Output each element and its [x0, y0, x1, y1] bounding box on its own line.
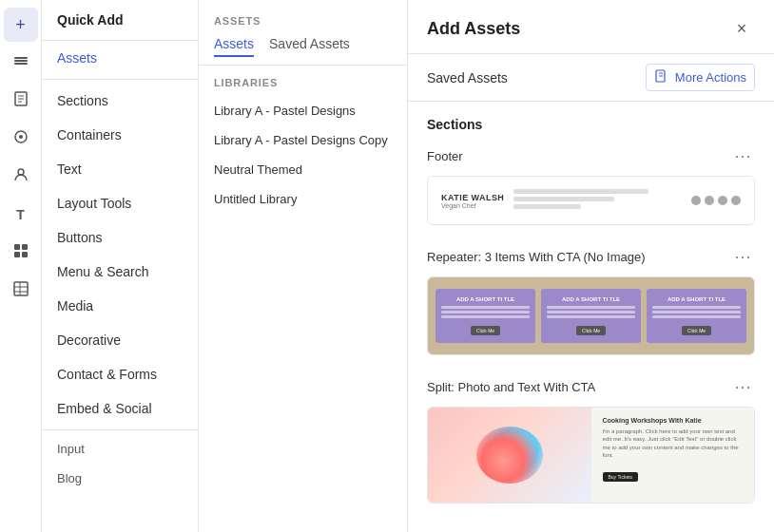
asset-card-repeater-menu[interactable]: ⋯	[730, 244, 755, 269]
right-panel-title: Add Assets	[427, 19, 520, 39]
nav-item-layout-tools[interactable]: Layout Tools	[42, 186, 198, 220]
footer-lines	[513, 189, 682, 212]
people-icon-btn[interactable]	[4, 160, 38, 194]
social-icon-4	[731, 196, 741, 205]
split-text-area: Cooking Workshops With Katie I'm a parag…	[591, 408, 755, 503]
repeater-line	[652, 315, 741, 318]
svg-point-8	[19, 135, 23, 139]
repeater-cta-btn-3: Click Me	[682, 326, 711, 335]
nav-sub-input[interactable]: Input	[42, 434, 198, 464]
repeater-item-1-title: ADD A SHORT TI TLE	[456, 296, 514, 302]
right-sub-header: Saved Assets More Actions	[408, 54, 774, 102]
asset-card-footer-header: Footer ⋯	[427, 143, 755, 168]
book-icon	[654, 68, 669, 86]
layers-icon-btn[interactable]	[4, 46, 38, 80]
layers-icon	[12, 52, 29, 74]
repeater-cta-btn: Click Me	[471, 326, 500, 335]
assets-icon-btn[interactable]	[4, 122, 38, 156]
nav-divider	[42, 79, 198, 80]
plus-icon-btn[interactable]: +	[4, 8, 38, 42]
asset-card-split-title: Split: Photo and Text With CTA	[427, 380, 595, 394]
nav-sub-blog[interactable]: Blog	[42, 464, 198, 493]
svg-rect-10	[14, 244, 20, 250]
library-item-3[interactable]: Neutral Themed	[214, 155, 392, 184]
asset-card-footer: Footer ⋯ KATIE WALSH Vegan Chef	[427, 143, 755, 225]
repeater-line	[547, 311, 635, 314]
nav-item-contact-forms[interactable]: Contact & Forms	[42, 357, 198, 391]
repeater-item-2: ADD A SHORT TI TLE Click Me	[541, 289, 641, 343]
tab-assets[interactable]: Assets	[214, 36, 254, 57]
sections-heading: Sections	[427, 117, 755, 132]
table-icon-btn[interactable]	[4, 274, 38, 308]
nav-item-buttons[interactable]: Buttons	[42, 220, 198, 255]
split-text-title: Cooking Workshops With Katie	[603, 417, 744, 424]
left-panel: Quick Add Assets Sections Containers Tex…	[42, 0, 199, 532]
nav-item-decorative[interactable]: Decorative	[42, 323, 198, 357]
social-icon-2	[705, 196, 714, 205]
page-icon-btn[interactable]	[4, 84, 38, 118]
footer-name: KATIE WALSH	[441, 193, 504, 202]
library-item-2[interactable]: Library A - Pastel Designs Copy	[214, 125, 392, 155]
svg-rect-13	[22, 252, 28, 257]
repeater-line	[652, 306, 741, 309]
close-button[interactable]: ×	[728, 15, 755, 42]
footer-logo: KATIE WALSH Vegan Chef	[441, 193, 504, 209]
nav-item-containers[interactable]: Containers	[42, 118, 198, 152]
apps-icon-btn[interactable]	[4, 236, 38, 270]
assets-icon	[12, 128, 29, 150]
repeater-preview-card: ADD A SHORT TI TLE Click Me ADD A SHORT …	[427, 276, 755, 355]
asset-card-split-header: Split: Photo and Text With CTA ⋯	[427, 374, 755, 399]
nav-item-text[interactable]: Text	[42, 152, 198, 186]
repeater-item-2-title: ADD A SHORT TI TLE	[562, 296, 620, 302]
asset-card-split-menu[interactable]: ⋯	[730, 374, 755, 399]
nav-item-sections[interactable]: Sections	[42, 84, 198, 118]
repeater-item-2-lines	[547, 306, 635, 320]
saved-assets-label: Saved Assets	[427, 70, 508, 86]
split-preview-card: Cooking Workshops With Katie I'm a parag…	[427, 407, 755, 504]
library-item-1[interactable]: Library A - Pastel Designs	[214, 96, 392, 125]
svg-rect-0	[14, 57, 28, 59]
library-item-4[interactable]: Untitled Library	[214, 184, 392, 214]
repeater-item-3-lines	[652, 306, 741, 320]
asset-card-footer-menu[interactable]: ⋯	[730, 143, 755, 168]
apps-icon	[12, 242, 29, 264]
table-icon	[12, 280, 29, 302]
right-panel-header: Add Assets ×	[408, 0, 774, 54]
quick-add-section: Quick Add	[42, 0, 198, 41]
more-actions-button[interactable]: More Actions	[646, 64, 755, 91]
close-icon: ×	[737, 19, 747, 39]
nav-item-menu-search[interactable]: Menu & Search	[42, 255, 198, 289]
nav-divider-2	[42, 429, 198, 430]
plus-icon: +	[15, 15, 26, 35]
right-panel: Add Assets × Saved Assets More Actions S…	[408, 0, 774, 532]
split-cta-button[interactable]: Buy Tickets	[603, 472, 639, 482]
repeater-line	[441, 315, 530, 318]
svg-rect-2	[14, 63, 28, 65]
repeater-line	[441, 306, 530, 309]
right-content: Sections Footer ⋯ KATIE WALSH Vegan Chef	[408, 102, 774, 532]
people-icon	[12, 166, 29, 188]
icon-bar: +	[0, 0, 42, 532]
repeater-item-3-title: ADD A SHORT TI TLE	[668, 296, 726, 302]
asset-card-repeater-header: Repeater: 3 Items With CTA (No Image) ⋯	[427, 244, 755, 269]
footer-subtitle: Vegan Chef	[441, 202, 504, 209]
repeater-line	[547, 315, 635, 318]
text-icon-btn[interactable]: T	[4, 198, 38, 232]
repeater-preview: ADD A SHORT TI TLE Click Me ADD A SHORT …	[428, 277, 754, 354]
social-icon-1	[691, 196, 701, 205]
nav-item-assets[interactable]: Assets	[42, 41, 198, 75]
tab-saved-assets[interactable]: Saved Assets	[269, 36, 350, 57]
split-text-body: I'm a paragraph. Click here to add your …	[603, 428, 744, 460]
split-image-visual	[476, 427, 543, 484]
footer-preview: KATIE WALSH Vegan Chef	[428, 177, 754, 224]
split-image	[428, 408, 591, 503]
repeater-line	[652, 311, 741, 314]
nav-item-media[interactable]: Media	[42, 289, 198, 323]
libraries-label: LIBRARIES	[214, 77, 392, 88]
svg-rect-11	[22, 244, 28, 250]
svg-point-9	[18, 169, 24, 175]
middle-panel: ASSETS Assets Saved Assets LIBRARIES Lib…	[199, 0, 408, 532]
nav-item-embed-social[interactable]: Embed & Social	[42, 391, 198, 426]
repeater-item-1: ADD A SHORT TI TLE Click Me	[435, 289, 535, 343]
footer-line-3	[513, 204, 581, 209]
